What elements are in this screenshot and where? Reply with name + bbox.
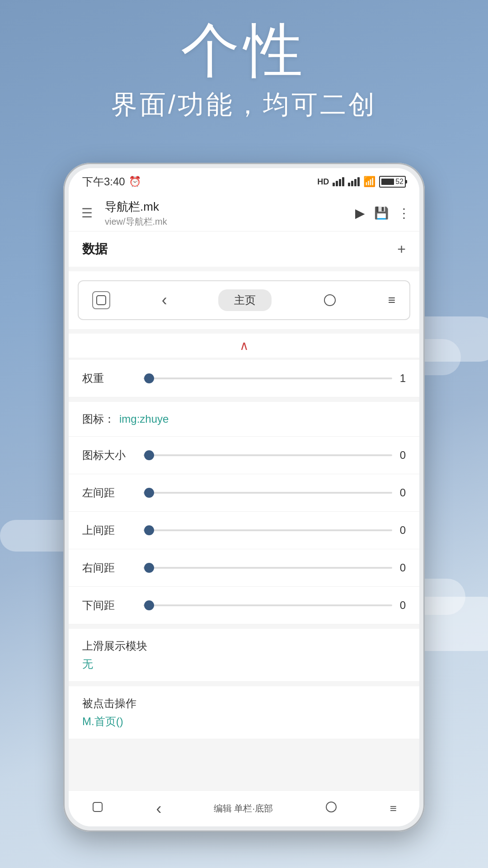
hamburger-menu-icon[interactable]: ☰ [78,206,96,221]
nav-home-button[interactable]: 主页 [218,289,272,311]
nav-back-icon[interactable]: ‹ [162,291,167,310]
bottom-back-icon[interactable]: ‹ [156,799,161,818]
svg-rect-2 [93,802,102,811]
bottom-nav-label: 编辑 单栏·底部 [214,802,273,815]
toolbar-actions: ▶ 💾 ⋮ [355,206,410,221]
nav-menu-icon[interactable]: ≡ [388,293,396,307]
settings-container: 权重 1 图标： img:zhuye 图标大小 [69,360,419,739]
battery-percent: 52 [395,178,404,186]
chevron-up-icon: ∧ [239,338,249,353]
battery-fill [381,179,394,185]
add-data-button[interactable]: + [397,241,406,258]
data-section-header: 数据 + [69,231,419,267]
divider-1 [69,397,419,402]
phone-bottom-nav: ‹ 编辑 单栏·底部 ≡ [69,790,419,826]
status-left: 下午3:40 ⏰ [82,175,141,189]
nav-circle-icon[interactable] [323,293,337,307]
nav-bar-demo: ‹ 主页 ≡ [78,280,410,320]
top-margin-value: 0 [392,524,406,537]
icon-label: 图标： [82,412,115,426]
alarm-icon: ⏰ [129,176,141,188]
icon-value[interactable]: img:zhuye [119,413,169,425]
weight-slider-track[interactable] [143,377,392,379]
slide-module-value[interactable]: 无 [82,657,406,671]
icon-setting-row: 图标： img:zhuye [69,402,419,437]
top-margin-slider-track[interactable] [143,529,392,531]
weight-slider-thumb[interactable] [144,373,154,383]
weight-value: 1 [392,372,406,385]
status-bar: 下午3:40 ⏰ HD 📶 [69,168,419,195]
icon-size-slider-thumb[interactable] [144,450,154,460]
icon-size-slider-area[interactable] [143,454,392,456]
section-title: 数据 [82,241,108,258]
status-time: 下午3:40 [82,175,125,189]
svg-rect-0 [97,296,106,305]
left-margin-slider-area[interactable] [143,492,392,494]
icon-size-slider-track[interactable] [143,454,392,456]
run-button[interactable]: ▶ [355,206,365,221]
bottom-margin-slider-area[interactable] [143,604,392,606]
bottom-margin-label: 下间距 [82,598,136,613]
svg-point-1 [324,295,335,306]
weight-setting-row: 权重 1 [69,360,419,397]
bottom-margin-setting-row: 下间距 0 [69,587,419,624]
icon-size-setting-row: 图标大小 0 [69,437,419,474]
divider-2 [69,624,419,629]
left-margin-slider-track[interactable] [143,492,392,494]
svg-point-3 [326,802,336,812]
headline-main-text: 个性 [0,18,488,83]
click-action-row: 被点击操作 M.首页() [69,686,419,739]
collapse-indicator[interactable]: ∧ [69,334,419,358]
status-right: HD 📶 52 [317,176,406,188]
slide-module-title: 上滑展示模块 [82,639,406,653]
phone-frame: 下午3:40 ⏰ HD 📶 [63,163,425,832]
right-margin-value: 0 [392,561,406,574]
content-area: 数据 + ‹ 主页 ≡ ∧ [69,231,419,790]
bottom-recent-icon[interactable] [91,801,104,816]
right-margin-slider-area[interactable] [143,567,392,569]
nav-preview: ‹ 主页 ≡ [69,271,419,329]
left-margin-slider-thumb[interactable] [144,488,154,498]
left-margin-label: 左间距 [82,486,136,500]
top-margin-slider-thumb[interactable] [144,525,154,535]
right-margin-setting-row: 右间距 0 [69,549,419,587]
right-margin-slider-track[interactable] [143,567,392,569]
icon-size-label: 图标大小 [82,448,136,462]
right-margin-slider-thumb[interactable] [144,563,154,573]
top-margin-slider-area[interactable] [143,529,392,531]
more-button[interactable]: ⋮ [398,206,410,221]
weight-label: 权重 [82,371,136,386]
wifi-icon: 📶 [363,176,375,188]
left-margin-value: 0 [392,486,406,499]
signal-icon [333,177,344,186]
toolbar-title: 导航栏.mk [105,199,348,215]
battery-indicator: 52 [379,176,406,188]
top-margin-setting-row: 上间距 0 [69,512,419,549]
headline-sub-text: 界面/功能，均可二创 [0,87,488,123]
bottom-margin-slider-track[interactable] [143,604,392,606]
icon-size-value: 0 [392,449,406,462]
bottom-margin-slider-thumb[interactable] [144,600,154,610]
right-margin-label: 右间距 [82,561,136,575]
toolbar-title-block: 导航栏.mk view/导航栏.mk [105,199,348,228]
signal-icon-2 [348,177,360,186]
top-margin-label: 上间距 [82,523,136,538]
toolbar-subtitle: view/导航栏.mk [105,216,348,228]
click-action-title: 被点击操作 [82,696,406,711]
phone-screen: 下午3:40 ⏰ HD 📶 [69,168,419,826]
divider-3 [69,682,419,686]
hd-icon: HD [317,177,329,187]
slide-module-row: 上滑展示模块 无 [69,629,419,682]
app-toolbar: ☰ 导航栏.mk view/导航栏.mk ▶ 💾 ⋮ [69,195,419,231]
left-margin-setting-row: 左间距 0 [69,474,419,512]
bottom-margin-value: 0 [392,599,406,612]
nav-recent-icon[interactable] [92,291,110,309]
headline-section: 个性 界面/功能，均可二创 [0,18,488,123]
weight-slider-area[interactable] [143,377,392,379]
bottom-home-icon[interactable] [325,801,338,816]
save-button[interactable]: 💾 [374,206,389,220]
bottom-menu-icon[interactable]: ≡ [390,802,397,816]
click-action-value[interactable]: M.首页() [82,714,406,729]
